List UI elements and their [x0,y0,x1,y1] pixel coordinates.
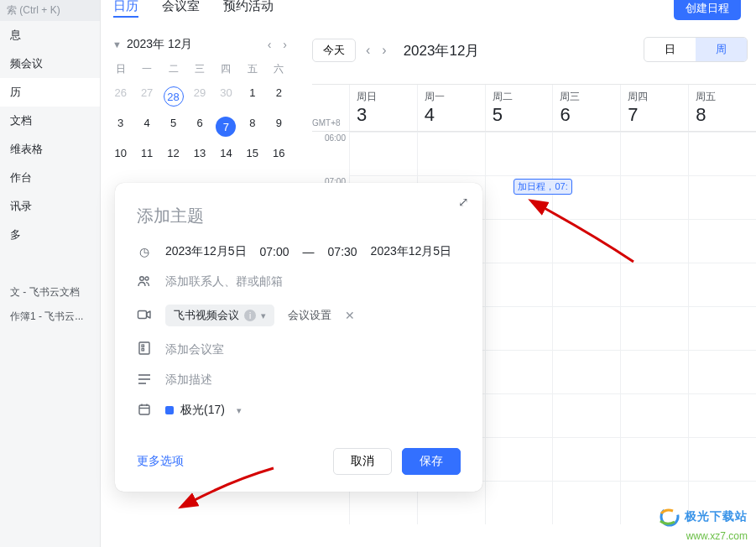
mini-cal-day[interactable]: 11 [133,142,159,164]
mini-cal-day[interactable]: 29 [186,81,212,112]
sidebar-item[interactable]: 历 [0,78,100,107]
svg-rect-5 [142,349,144,352]
mini-cal-day[interactable]: 4 [133,112,159,142]
mini-cal-day[interactable]: 26 [107,81,133,112]
create-event-button[interactable]: 创建日程 [674,0,741,20]
mini-cal-day[interactable]: 1 [239,81,265,112]
people-icon [137,275,152,289]
watermark-logo-icon [656,505,680,529]
mini-cal-dow: 一 [133,57,159,81]
today-button[interactable]: 今天 [312,39,356,62]
next-month-icon[interactable]: › [283,38,287,51]
more-options-link[interactable]: 更多选项 [137,454,184,469]
week-day-header: 周一4 [417,85,485,131]
prev-week-icon[interactable]: ‹ [366,43,370,58]
chevron-down-icon: ▾ [261,310,266,321]
sidebar-item[interactable]: 息 [0,21,100,49]
cancel-button[interactable]: 取消 [333,448,392,475]
mini-cal-dow: 六 [266,57,292,81]
room-icon [137,341,152,357]
mini-calendar: ▼ 2023年 12月 ‹ › 日一二三四五六 2627282930123456… [107,32,292,164]
sidebar-item[interactable]: 多 [0,221,100,249]
room-input[interactable]: 添加会议室 [165,342,224,357]
view-week[interactable]: 周 [696,38,747,61]
guests-input[interactable]: 添加联系人、群或邮箱 [165,274,283,289]
mini-calendar-title: 2023年 12月 [127,37,193,52]
create-event-popup: ⤢ 添加主题 ◷ 2023年12月5日 07:00 — 07:30 2023年1… [115,183,482,492]
watermark: 极光下载站 www.xz7.com [656,505,748,542]
end-time[interactable]: 07:30 [328,245,357,258]
top-tab[interactable]: 会议室 [162,0,200,18]
chevron-down-icon: ▾ [237,405,242,416]
video-conference-chip[interactable]: 飞书视频会议 i ▾ [165,305,274,326]
calendar-icon [137,404,152,418]
mini-cal-dow: 二 [160,57,186,81]
mini-cal-day[interactable]: 30 [213,81,239,112]
mini-cal-dow: 四 [213,57,239,81]
mini-cal-day[interactable]: 5 [160,112,186,142]
grid-column[interactable] [688,132,756,524]
svg-point-1 [145,277,149,280]
week-day-header: 周四7 [620,85,688,131]
sidebar-item[interactable]: 作台 [0,164,100,192]
mini-cal-day[interactable]: 16 [266,142,292,164]
svg-rect-4 [142,345,144,347]
mini-cal-day[interactable]: 15 [239,142,265,164]
info-icon: i [244,310,256,321]
mini-cal-day[interactable]: 28 [160,81,186,112]
calendar-selector[interactable]: 极光(17) ▾ [165,403,242,418]
view-day[interactable]: 日 [644,38,696,61]
mini-cal-dow: 五 [239,57,265,81]
sidebar-doc-item[interactable]: 文 - 飞书云文档 [0,280,100,305]
week-day-header: 周三6 [552,85,620,131]
expand-icon[interactable]: ⤢ [458,195,469,210]
prev-month-icon[interactable]: ‹ [268,38,272,51]
event-chip[interactable]: 加日程，07: [514,179,571,195]
start-date[interactable]: 2023年12月5日 [165,244,247,259]
clock-icon: ◷ [137,245,152,258]
mini-cal-dow: 日 [107,57,133,81]
event-title-input[interactable]: 添加主题 [137,205,461,227]
time-sep: — [303,245,315,258]
timezone-label: GMT+8 [312,85,349,131]
mini-cal-day[interactable]: 9 [266,112,292,142]
mini-cal-day[interactable]: 27 [133,81,159,112]
top-tab[interactable]: 日历 [113,0,138,18]
start-time[interactable]: 07:00 [260,245,289,258]
mini-cal-day[interactable]: 2 [266,81,292,112]
search-hint[interactable]: 索 (Ctrl + K) [0,0,100,21]
sidebar-item[interactable]: 频会议 [0,49,100,78]
chevron-down-icon[interactable]: ▼ [112,39,122,49]
sidebar-doc-item[interactable]: 作簿1 - 飞书云... [0,305,100,329]
mini-cal-day[interactable]: 12 [160,142,186,164]
sidebar-item[interactable]: 讯录 [0,192,100,221]
week-day-header: 周五8 [688,85,756,131]
description-input[interactable]: 添加描述 [165,372,212,388]
view-switch: 日 周 [644,37,748,62]
top-tabs: 日历会议室预约活动 [113,0,274,18]
sidebar: 索 (Ctrl + K) 息频会议历文档维表格作台讯录多 文 - 飞书云文档作簿… [0,0,101,547]
mini-cal-day[interactable]: 10 [107,142,133,164]
remove-video-icon[interactable]: ✕ [345,309,355,322]
conference-settings-link[interactable]: 会议设置 [288,308,331,323]
mini-cal-day[interactable]: 7 [213,112,239,142]
mini-cal-day[interactable]: 6 [186,112,212,142]
next-week-icon[interactable]: › [382,43,386,58]
svg-rect-2 [138,311,147,319]
save-button[interactable]: 保存 [402,448,461,475]
svg-point-0 [140,276,144,280]
mini-cal-day[interactable]: 3 [107,112,133,142]
description-icon [137,373,152,387]
mini-cal-day[interactable]: 13 [186,142,212,164]
calendar-color-dot [165,406,174,414]
mini-cal-day[interactable]: 8 [239,112,265,142]
calendar-title: 2023年12月 [404,41,480,60]
sidebar-item[interactable]: 维表格 [0,135,100,164]
svg-rect-9 [139,405,149,414]
mini-cal-dow: 三 [186,57,212,81]
sidebar-item[interactable]: 文档 [0,107,100,135]
top-tab[interactable]: 预约活动 [223,0,274,18]
end-date[interactable]: 2023年12月5日 [371,244,452,259]
mini-cal-day[interactable]: 14 [213,142,239,164]
grid-column[interactable] [620,132,688,524]
